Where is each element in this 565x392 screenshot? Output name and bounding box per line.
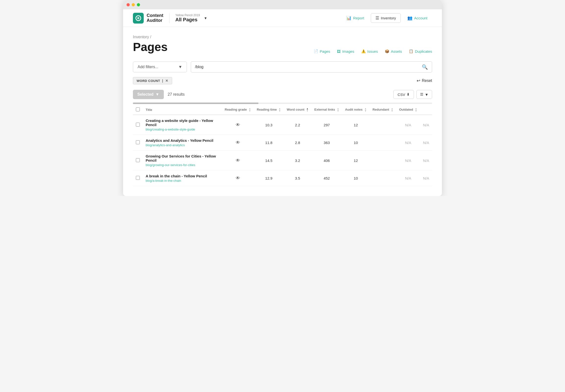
preview-icon-3[interactable]: 👁 <box>236 176 240 181</box>
th-audit-notes[interactable]: Audit notes ▲ ▼ <box>342 105 370 115</box>
search-icon[interactable]: 🔍 <box>422 64 428 70</box>
row-outdated-3: N/A <box>420 170 432 186</box>
row-word-count-3: 452 <box>311 170 342 186</box>
th-outdated[interactable]: Outdated ▲ ▼ <box>396 105 420 115</box>
svg-point-3 <box>138 18 139 18</box>
table-controls: Selected ▼ 27 results CSV ⬇ ☰ ▼ <box>133 90 432 99</box>
th-checkbox <box>133 105 143 115</box>
csv-export-button[interactable]: CSV ⬇ <box>393 90 414 99</box>
th-reading-grade[interactable]: Reading grade ▲ ▼ <box>222 105 254 115</box>
add-filters-dropdown[interactable]: Add filters... ▼ <box>133 62 187 72</box>
row-eye-cell-2: 👁 <box>222 151 254 170</box>
add-filters-label: Add filters... <box>138 65 158 69</box>
row-page-name-3: A break in the chain - Yellow Pencil <box>146 174 219 178</box>
row-external-links-3: 10 <box>342 170 370 186</box>
search-input[interactable] <box>195 65 422 69</box>
section-tabs: 📄 Pages 🖼 Images ⚠️ Issues 📦 Assets 📋 <box>314 49 432 54</box>
filter-tag-remove-icon[interactable]: | ✕ <box>162 79 168 83</box>
tab-pages[interactable]: 📄 Pages <box>314 49 330 54</box>
table-row: A break in the chain - Yellow Pencil blo… <box>133 170 432 186</box>
inventory-icon: ☰ <box>375 15 379 21</box>
sort-external-links-icon: ▲ ▼ <box>337 108 339 112</box>
row-page-url-0[interactable]: blog/creating-a-website-style-guide <box>146 127 219 131</box>
table-body: Creating a website style guide - Yellow … <box>133 115 432 186</box>
scroll-track[interactable] <box>133 102 432 104</box>
selected-button[interactable]: Selected ▼ <box>133 90 164 99</box>
duplicates-icon: 📋 <box>409 49 413 54</box>
row-external-links-1: 10 <box>342 135 370 151</box>
row-checkbox-cell-0 <box>133 115 143 135</box>
row-word-count-0: 297 <box>311 115 342 135</box>
reset-icon: ↩ <box>417 78 420 84</box>
th-redundant[interactable]: Redundant ▲ ▼ <box>370 105 396 115</box>
selected-chevron-icon: ▼ <box>155 92 159 97</box>
row-page-url-3[interactable]: blog/a-break-in-the-chain <box>146 179 219 182</box>
filter-tags-row: WORD COUNT | ✕ ↩ Reset <box>133 77 432 84</box>
table-row: Creating a website style guide - Yellow … <box>133 115 432 135</box>
expand-dot[interactable] <box>137 3 140 6</box>
row-page-name-0: Creating a website style guide - Yellow … <box>146 118 219 127</box>
row-reading-time-1: 2.8 <box>284 135 311 151</box>
filter-tag-label: WORD COUNT <box>137 79 160 83</box>
project-info: Yellow Pencil 2019 All Pages <box>175 14 200 23</box>
table-header: Title Reading grade ▲ ▼ Reading time <box>133 105 432 115</box>
row-outdated-0: N/A <box>420 115 432 135</box>
tab-issues[interactable]: ⚠️ Issues <box>361 49 378 54</box>
tab-assets-label: Assets <box>391 49 402 54</box>
csv-download-icon: ⬇ <box>407 92 410 97</box>
tab-duplicates-label: Duplicates <box>415 49 432 54</box>
navbar: Content Auditor Yellow Pencil 2019 All P… <box>123 9 442 27</box>
project-dropdown-button[interactable]: ▼ <box>203 15 208 21</box>
inventory-button[interactable]: ☰ Inventory <box>371 13 401 23</box>
logo-icon <box>133 13 144 24</box>
row-page-url-2[interactable]: blog/growing-our-services-for-cities <box>146 163 219 167</box>
row-outdated-2: N/A <box>420 151 432 170</box>
row-reading-time-3: 3.5 <box>284 170 311 186</box>
select-all-checkbox[interactable] <box>136 107 140 111</box>
row-checkbox-0[interactable] <box>136 123 140 126</box>
report-label: Report <box>353 16 364 20</box>
row-checkbox-cell-3 <box>133 170 143 186</box>
search-box: 🔍 <box>191 61 432 73</box>
brand-name: Content Auditor <box>147 13 163 23</box>
row-reading-grade-3: 12.9 <box>254 170 284 186</box>
row-eye-cell-1: 👁 <box>222 135 254 151</box>
row-checkbox-2[interactable] <box>136 158 140 162</box>
assets-icon: 📦 <box>385 49 389 54</box>
scroll-thumb[interactable] <box>133 102 259 104</box>
row-page-url-1[interactable]: blog/analytics-and-analytics <box>146 143 219 147</box>
row-page-name-2: Growing Our Services for Cities - Yellow… <box>146 154 219 162</box>
row-checkbox-cell-1 <box>133 135 143 151</box>
account-button[interactable]: 👥 Account <box>403 13 432 23</box>
row-reading-grade-2: 14.5 <box>254 151 284 170</box>
tab-duplicates[interactable]: 📋 Duplicates <box>409 49 432 54</box>
close-dot[interactable] <box>126 3 130 6</box>
preview-icon-2[interactable]: 👁 <box>236 158 240 163</box>
minimize-dot[interactable] <box>132 3 135 6</box>
selected-label: Selected <box>137 92 153 97</box>
th-external-links[interactable]: External links ▲ ▼ <box>311 105 342 115</box>
csv-label: CSV <box>398 93 405 97</box>
tab-images[interactable]: 🖼 Images <box>337 49 354 54</box>
th-word-count[interactable]: Word count ▲ ▼ <box>284 105 311 115</box>
account-label: Account <box>414 16 427 20</box>
preview-icon-0[interactable]: 👁 <box>236 122 240 127</box>
columns-button[interactable]: ☰ ▼ <box>416 90 432 99</box>
inventory-label: Inventory <box>381 16 396 20</box>
tab-assets[interactable]: 📦 Assets <box>385 49 402 54</box>
filter-chevron-icon: ▼ <box>178 65 182 69</box>
preview-icon-1[interactable]: 👁 <box>236 140 240 145</box>
sort-word-count-icon: ▲ ▼ <box>306 108 308 112</box>
reset-button[interactable]: ↩ Reset <box>417 78 432 84</box>
breadcrumb: Inventory / <box>133 35 432 39</box>
row-outdated-1: N/A <box>420 135 432 151</box>
row-external-links-0: 12 <box>342 115 370 135</box>
report-button[interactable]: 📊 Report <box>342 13 369 23</box>
row-checkbox-3[interactable] <box>136 176 140 180</box>
row-redundant-3: N/A <box>396 170 420 186</box>
data-table: Title Reading grade ▲ ▼ Reading time <box>133 105 432 186</box>
row-word-count-2: 406 <box>311 151 342 170</box>
row-reading-time-2: 3.2 <box>284 151 311 170</box>
th-reading-time[interactable]: Reading time ▲ ▼ <box>254 105 284 115</box>
row-checkbox-1[interactable] <box>136 140 140 144</box>
